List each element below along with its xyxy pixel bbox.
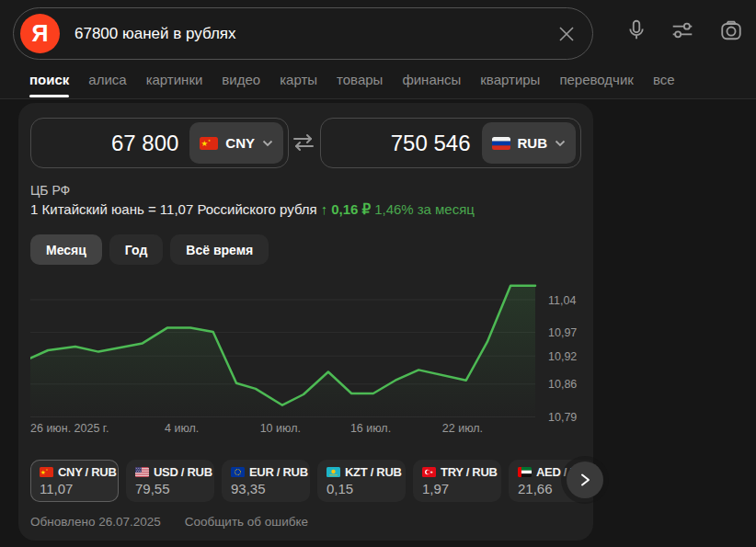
tab-алиса[interactable]: алиса: [88, 72, 126, 97]
svg-text:10,79: 10,79: [548, 411, 577, 424]
currency-pairs-strip: ★★ CNY / RUB 11,07 USD / RUB 79,55 EUR /…: [30, 460, 593, 504]
period-button[interactable]: Год: [109, 234, 164, 265]
tab-поиск[interactable]: поиск: [29, 72, 69, 97]
amount-to-input[interactable]: [330, 131, 482, 156]
yandex-search-page: Я 67800 юаней в рублях: [0, 0, 756, 547]
voice-search-icon[interactable]: [624, 18, 648, 42]
currency-to-selector[interactable]: RUB: [482, 122, 577, 164]
svg-text:10,86: 10,86: [548, 378, 577, 391]
flag-ru-icon: [492, 137, 510, 150]
service-tabs: поискалисакартинкивидеокартытоварыфинанс…: [29, 72, 675, 97]
chevron-down-icon: [262, 140, 273, 147]
flag-cn-icon: ★★: [40, 467, 53, 477]
amount-from-field[interactable]: ★★ CNY: [30, 118, 289, 168]
tab-переводчик[interactable]: переводчик: [559, 72, 633, 97]
pair-tile-kz[interactable]: KZT / RUB 0,15: [317, 460, 406, 502]
currency-from-selector[interactable]: ★★ CNY: [189, 122, 283, 164]
amount-to-field[interactable]: RUB: [320, 118, 581, 168]
chevron-right-icon: [578, 473, 591, 487]
amount-from-input[interactable]: [40, 131, 189, 156]
header: Я 67800 юаней в рублях: [0, 0, 756, 99]
flag-ae-icon: [518, 467, 532, 477]
svg-text:11,04: 11,04: [548, 294, 576, 307]
pair-tile-eu[interactable]: EUR / RUB 93,35: [222, 460, 310, 502]
svg-text:10,97: 10,97: [548, 326, 577, 339]
pair-label: EUR / RUB: [249, 465, 308, 479]
tab-товары[interactable]: товары: [337, 72, 383, 97]
period-button[interactable]: Всё время: [170, 234, 269, 265]
flag-kz-icon: [326, 467, 340, 477]
change-arrow-icon: ↑: [321, 201, 328, 217]
tab-карты[interactable]: карты: [280, 72, 317, 97]
image-search-icon[interactable]: [719, 18, 743, 42]
tab-квартиры[interactable]: квартиры: [480, 72, 540, 97]
exchange-rate-line: 1 Китайский юань = 11,07 Российского руб…: [30, 201, 475, 218]
pair-tile-tr[interactable]: ★ TRY / RUB 1,97: [413, 460, 501, 502]
svg-text:★: ★: [208, 139, 211, 142]
flag-eu-icon: [231, 467, 245, 477]
svg-text:4 июл.: 4 июл.: [165, 422, 199, 435]
chevron-down-icon: [555, 140, 566, 147]
tab-все[interactable]: все: [653, 72, 675, 97]
updated-label: Обновлено 26.07.2025: [30, 515, 161, 529]
pair-label: USD / RUB: [154, 465, 212, 479]
pair-tile-us[interactable]: USD / RUB 79,55: [126, 460, 214, 502]
svg-text:10,92: 10,92: [548, 350, 577, 363]
svg-text:22 июл.: 22 июл.: [442, 422, 483, 435]
pair-value: 1,97: [422, 481, 492, 496]
period-switcher: МесяцГодВсё время: [30, 234, 269, 265]
tab-финансы[interactable]: финансы: [402, 72, 461, 97]
pair-value: 0,15: [326, 481, 396, 496]
svg-text:26 июн. 2025 г.: 26 июн. 2025 г.: [30, 422, 109, 435]
rate-chart[interactable]: 11,0410,9710,9210,8610,7926 июн. 2025 г.…: [30, 274, 582, 435]
search-input[interactable]: 67800 юаней в рублях: [74, 25, 548, 43]
yandex-logo[interactable]: Я: [20, 14, 60, 53]
currency-converter-card: ★★ CNY RUB ЦБ РФ 1 К: [18, 103, 593, 541]
change-percent: 1,46%: [374, 201, 414, 217]
pair-value: 11,07: [40, 481, 109, 496]
pair-value: 79,55: [135, 481, 205, 496]
svg-text:★: ★: [430, 470, 434, 474]
period-button[interactable]: Месяц: [30, 234, 102, 265]
svg-text:16 июл.: 16 июл.: [350, 422, 391, 435]
rate-text: 1 Китайский юань = 11,07 Российского руб…: [30, 201, 317, 217]
currency-from-code: CNY: [225, 135, 255, 151]
filters-icon[interactable]: [670, 18, 694, 42]
pairs-scroll-next-button[interactable]: [567, 462, 603, 498]
flag-us-icon: [135, 467, 149, 477]
flag-tr-icon: ★: [422, 467, 436, 477]
pair-label: TRY / RUB: [441, 465, 498, 479]
report-error-link[interactable]: Сообщить об ошибке: [185, 515, 308, 529]
change-period: за месяц: [418, 201, 475, 217]
card-footer: Обновлено 26.07.2025 Сообщить об ошибке: [30, 515, 308, 529]
tab-видео[interactable]: видео: [222, 72, 260, 97]
svg-text:10 июл.: 10 июл.: [260, 422, 301, 435]
swap-currencies-button[interactable]: [292, 132, 315, 153]
pair-label: CNY / RUB: [58, 465, 117, 479]
pair-tile-cn[interactable]: ★★ CNY / RUB 11,07: [30, 460, 119, 502]
pair-value: 93,35: [231, 481, 301, 496]
clear-search-icon[interactable]: [548, 16, 585, 52]
rate-source-label: ЦБ РФ: [30, 183, 70, 198]
flag-cn-icon: ★★: [200, 137, 218, 150]
tab-картинки[interactable]: картинки: [146, 72, 203, 97]
search-bar: Я 67800 юаней в рублях: [13, 7, 593, 60]
currency-to-code: RUB: [518, 135, 548, 151]
pair-label: KZT / RUB: [345, 465, 402, 479]
change-value: 0,16 ₽: [331, 201, 371, 217]
